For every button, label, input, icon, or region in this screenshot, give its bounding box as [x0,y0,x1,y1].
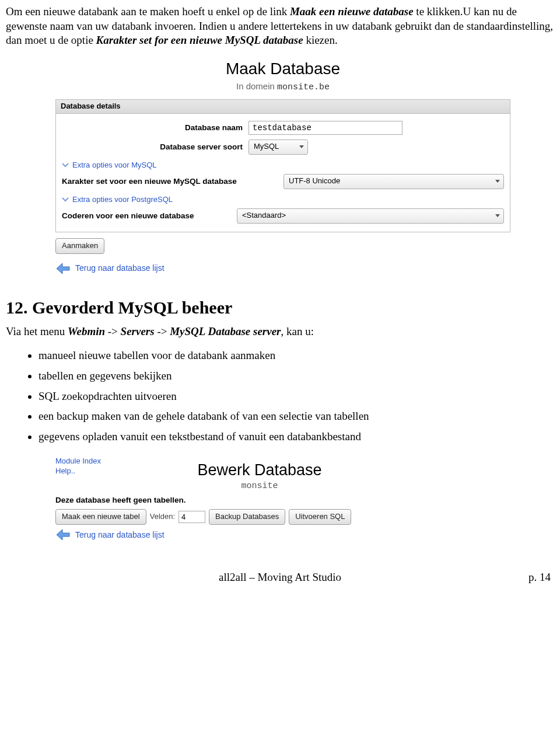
footer-center: all2all – Moving Art Studio [56,570,504,585]
edit-database-screenshot: Module Index Help.. Bewerk Database mons… [55,457,464,541]
chevron-down-icon [495,214,500,217]
no-tables-message: Deze database heeft geen tabellen. [55,495,464,506]
screenshot-subtitle: In domein monsite.be [55,81,510,93]
module-index-link[interactable]: Module Index [55,457,120,466]
charset-label: Karakter set voor een nieuwe MySQL datab… [62,176,278,187]
fields-input[interactable] [178,511,205,523]
section-intro: Via het menu Webmin -> Servers -> MySQL … [6,325,554,339]
postgres-extra-toggle[interactable]: Extra opties voor PostgreSQL [62,191,504,206]
list-item: tabellen en gegevens bekijken [38,366,554,386]
list-item: manueel nieuwe tabellen voor de databank… [38,346,554,366]
execute-sql-button[interactable]: Uitvoeren SQL [289,509,351,525]
screenshot2-subtitle: monsite [120,480,400,492]
mysql-extra-toggle[interactable]: Extra opties voor MySQL [62,157,504,172]
create-button[interactable]: Aanmaken [55,238,104,254]
page-footer: all2all – Moving Art Studio p. 14 [6,570,554,585]
section-heading: 12. Gevorderd MySQL beheer [6,296,554,319]
database-details-panel: Database details Database naam Database … [55,99,510,232]
chevron-down-icon [62,162,69,169]
chevron-down-icon [495,180,500,183]
back-to-list-link-2[interactable]: Terug naar database lijst [55,528,464,541]
db-name-label: Database naam [62,123,243,133]
list-item: een backup maken van de gehele databank … [38,406,554,427]
backup-button[interactable]: Backup Databases [209,509,285,525]
db-server-label: Database server soort [62,142,243,152]
db-server-select[interactable]: MySQL [249,140,308,155]
fields-label: Velden: [150,512,175,522]
encode-select[interactable]: <Standaard> [237,208,504,224]
chevron-down-icon [299,145,304,148]
help-link[interactable]: Help.. [55,466,120,476]
create-database-screenshot: Maak Database In domein monsite.be Datab… [55,58,510,274]
arrow-left-icon [55,528,71,541]
panel-header: Database details [56,100,510,114]
arrow-left-icon [55,262,71,275]
encode-label: Coderen voor een nieuwe database [62,211,231,221]
db-name-input[interactable] [249,121,402,135]
footer-page: p. 14 [504,570,551,585]
list-item: SQL zoekopdrachten uitvoeren [38,386,554,407]
new-table-button[interactable]: Maak een nieuwe tabel [55,509,146,525]
list-item: gegevens opladen vanuit een tekstbestand… [38,427,554,447]
chevron-down-icon [62,196,69,203]
back-to-list-link[interactable]: Terug naar database lijst [55,262,510,275]
intro-paragraph: Om een nieuwe databank aan te maken hoef… [6,5,554,48]
charset-select[interactable]: UTF-8 Unicode [284,174,504,189]
feature-list: manueel nieuwe tabellen voor de databank… [6,346,554,447]
screenshot-title: Maak Database [55,58,510,79]
screenshot2-title: Bewerk Database [120,460,400,480]
